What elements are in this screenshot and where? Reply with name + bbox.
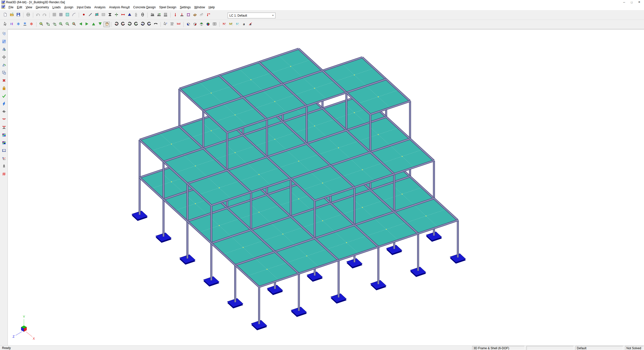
pan-down-button[interactable]: [97, 22, 103, 27]
rotate-tool-button[interactable]: [1, 62, 7, 68]
perspective-button[interactable]: [152, 22, 159, 27]
animate-button[interactable]: [1, 164, 7, 169]
maximize-button[interactable]: □: [628, 0, 635, 4]
view-top-button[interactable]: [198, 22, 205, 27]
print-button[interactable]: [25, 12, 31, 18]
open-button[interactable]: [9, 12, 15, 18]
pier-add-button[interactable]: [156, 12, 162, 18]
zoom-dynamic-button[interactable]: [45, 22, 51, 27]
select-special-button[interactable]: [28, 22, 35, 27]
member-button[interactable]: [87, 12, 94, 18]
select-member-button[interactable]: [22, 22, 28, 27]
theta-button[interactable]: [139, 12, 146, 18]
response-spectrum-button[interactable]: [1, 109, 7, 115]
support-button[interactable]: [126, 12, 133, 18]
render-view-button[interactable]: [169, 22, 175, 27]
spring-button[interactable]: [133, 12, 139, 18]
zoom-previous-button[interactable]: [51, 22, 58, 27]
time-history-button[interactable]: t: [1, 156, 7, 162]
menu-loads[interactable]: Loads: [51, 6, 63, 9]
check-button[interactable]: [1, 94, 7, 99]
mesh-button[interactable]: [100, 12, 107, 18]
diagram-button[interactable]: [1, 117, 7, 123]
section-button[interactable]: [107, 12, 113, 18]
wall-button[interactable]: [162, 12, 169, 18]
arc-button[interactable]: [71, 12, 77, 18]
undo-button[interactable]: [35, 12, 41, 18]
menu-analysis-result[interactable]: Analysis Result: [107, 6, 131, 9]
combo-arrow-icon[interactable]: ▼: [271, 14, 275, 17]
load-moment-button[interactable]: m: [205, 12, 211, 18]
load-area-button[interactable]: [192, 12, 198, 18]
annotate-off-button[interactable]: a: [247, 22, 254, 27]
zoom-in-button[interactable]: [58, 22, 64, 27]
select-window-button[interactable]: H: [9, 22, 15, 27]
rotate-z-minus-button[interactable]: z: [139, 22, 146, 27]
duplicate-button[interactable]: [1, 31, 7, 37]
pan-button[interactable]: [103, 22, 110, 27]
mirror-button[interactable]: [1, 47, 7, 53]
release-button[interactable]: [113, 12, 120, 18]
annotate-n-button[interactable]: Na: [221, 22, 228, 27]
rotate-x-plus-button[interactable]: x: [120, 22, 126, 27]
annotate-s-button[interactable]: Sa: [234, 22, 241, 27]
menu-steel-design[interactable]: Steel Design: [157, 6, 178, 9]
load-line-button[interactable]: [185, 12, 192, 18]
pier-button[interactable]: [149, 12, 156, 18]
shell-button[interactable]: [94, 12, 100, 18]
move-button[interactable]: [1, 55, 7, 60]
deflection-button[interactable]: [1, 148, 7, 154]
rotate-y-plus-button[interactable]: y: [133, 22, 139, 27]
menu-concrete-design[interactable]: Concrete Design: [131, 6, 157, 9]
lock-button[interactable]: [1, 86, 7, 92]
viewport[interactable]: Y X Z: [8, 29, 644, 345]
annotate-a-button[interactable]: a: [241, 22, 247, 27]
scale-tool-button[interactable]: [1, 70, 7, 76]
select-button[interactable]: [2, 22, 9, 27]
load-nodal-button[interactable]: [172, 12, 179, 18]
view-front-button[interactable]: [185, 22, 192, 27]
rotate-x-minus-button[interactable]: x: [113, 22, 120, 27]
minimize-button[interactable]: ─: [620, 0, 628, 4]
diagram-values-button[interactable]: a: [1, 125, 7, 130]
contour-button[interactable]: [1, 133, 7, 138]
zoom-out-button[interactable]: [64, 22, 71, 27]
menu-edit[interactable]: Edit: [15, 6, 24, 9]
delete-button[interactable]: [1, 78, 7, 84]
menu-file[interactable]: File: [7, 6, 15, 9]
analyze-button[interactable]: [1, 101, 7, 107]
menu-help[interactable]: Help: [207, 6, 217, 9]
save-button[interactable]: [15, 12, 22, 18]
load-point-button[interactable]: [179, 12, 185, 18]
zoom-window-button[interactable]: [38, 22, 45, 27]
menu-input-data[interactable]: Input Data: [75, 6, 92, 9]
grid-toggle-button[interactable]: [1, 171, 7, 177]
contour-values-button[interactable]: a: [1, 140, 7, 146]
grid-lines-button[interactable]: [58, 12, 64, 18]
menu-analysis[interactable]: Analysis: [93, 6, 107, 9]
load-wind-button[interactable]: [198, 12, 205, 18]
pan-right-button[interactable]: [84, 22, 90, 27]
view-side-button[interactable]: [192, 22, 198, 27]
view-window-button[interactable]: [211, 22, 218, 27]
new-button[interactable]: [2, 12, 9, 18]
grid-fill-button[interactable]: [64, 12, 71, 18]
annotate-m-button[interactable]: Ma: [228, 22, 234, 27]
menu-assign[interactable]: Assign: [62, 6, 75, 9]
zoom-all-button[interactable]: R: [71, 22, 77, 27]
menu-view[interactable]: View: [24, 6, 34, 9]
pan-up-button[interactable]: [90, 22, 97, 27]
redo-button[interactable]: [41, 12, 48, 18]
grid-button[interactable]: [51, 12, 58, 18]
query-button[interactable]: ?: [162, 22, 169, 27]
rotate-z-plus-button[interactable]: z: [146, 22, 152, 27]
tile-windows-button[interactable]: [1, 39, 7, 45]
menu-geometry[interactable]: Geometry: [34, 6, 51, 9]
dimension-button[interactable]: [175, 22, 182, 27]
menu-window[interactable]: Window: [192, 6, 207, 9]
view-iso-button[interactable]: [205, 22, 211, 27]
pan-left-button[interactable]: [77, 22, 84, 27]
rigid-link-button[interactable]: [120, 12, 126, 18]
node-button[interactable]: [80, 12, 87, 18]
load-case-combo[interactable]: LC 1: Default ▼: [228, 13, 275, 18]
